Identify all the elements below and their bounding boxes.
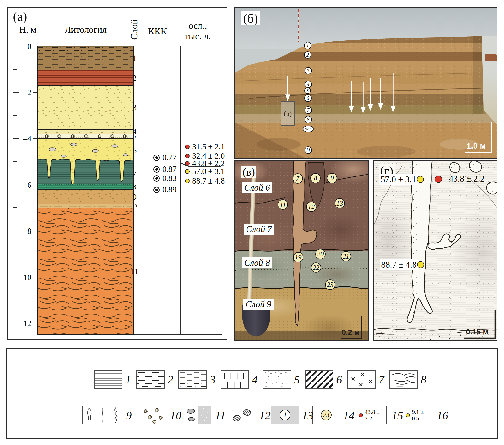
legend-swatch-15: 43.8 ± 2.2 — [356, 406, 387, 425]
red-age-sample: 43.8 ± 2.2 — [356, 406, 386, 424]
x-marks-pattern — [348, 370, 375, 388]
depth-label: –10 — [14, 273, 32, 282]
figure-root: (а) H, м Литология Слой ККК осл., тыс. л… — [0, 0, 504, 445]
kkk-header: ККК — [142, 26, 173, 37]
red-dot-icon — [359, 413, 363, 417]
depth-label: –6 — [14, 180, 32, 190]
legend-number: 12 — [259, 409, 271, 422]
layer-marker-b: 4 — [305, 80, 312, 88]
legend-number: 4 — [252, 373, 258, 386]
shells-icon — [139, 406, 166, 424]
depth-label: –4 — [14, 134, 32, 143]
layer-marker-b: 7 — [305, 106, 312, 114]
layer-label: Слой 6 — [242, 182, 272, 193]
layer-number: 11 — [127, 267, 143, 276]
kkk-entry: 0.77 — [153, 153, 177, 162]
inset-location-box: (в) — [281, 101, 295, 126]
panel-g-wedge-sketch: (г) 57.0 ± 3.1 43.8 ± 2.2 88.7 ± 4.8 0.1… — [373, 160, 497, 341]
nodules-and-carbonate-icon — [184, 406, 211, 424]
legend-swatch-5 — [263, 370, 291, 389]
panel-a-tag: (а) — [11, 10, 29, 23]
age-entry: 88.7 ± 4.8 — [185, 176, 225, 186]
legend-number: 8 — [421, 373, 427, 386]
legend-swatch-13: 1 — [271, 406, 299, 425]
panel-a-stratigraphy: (а) H, м Литология Слой ККК осл., тыс. л… — [7, 7, 228, 340]
white-circle-marker-sample: 1 — [280, 410, 290, 420]
bullseye-icon — [153, 187, 160, 193]
legend-swatch-9 — [82, 406, 123, 425]
layer-marker-b: 3 — [305, 67, 312, 75]
layer-marker-b: 8 — [305, 116, 312, 123]
sample-marker-v: 9 — [327, 173, 337, 183]
yellow-age-sample: 9.1 ± 0.5 — [403, 406, 432, 424]
legend-swatch-11 — [184, 406, 212, 425]
kkk-entry: 0.83 — [153, 174, 177, 183]
legend-number: 11 — [215, 409, 226, 422]
legend-number: 6 — [336, 373, 342, 386]
bullseye-icon — [153, 155, 160, 161]
layer-number: 7 — [127, 169, 143, 178]
legend-swatch-4 — [221, 370, 249, 389]
layer-label: Слой 9 — [243, 299, 274, 310]
layer-number: 3 — [127, 103, 143, 112]
legend-swatch-1 — [94, 370, 122, 389]
sample-marker-v: 12 — [306, 202, 317, 212]
legend-swatch-2 — [136, 370, 164, 389]
layer-header: Слой — [124, 15, 144, 44]
yellow-dot-icon — [406, 413, 410, 417]
depth-axis-line — [13, 46, 13, 334]
legend-number: 15 — [392, 409, 403, 422]
yellow-dot-icon — [185, 179, 190, 183]
kkk-entry: 0.87 — [153, 165, 177, 174]
sketch-wedge-graphic — [374, 161, 497, 341]
depth-label: –12 — [14, 319, 32, 328]
lithology-header: Литология — [42, 24, 129, 35]
layer-number: 9 — [127, 193, 143, 202]
panel-b-outcrop-photo: (б) (в) 1 2 3 4 5 6 7 8 9–10 11 1.0 м — [234, 7, 497, 159]
sample-marker-v: 19 — [293, 252, 303, 262]
legend-number: 1 — [125, 373, 131, 386]
sample-marker-v: 23 — [325, 279, 335, 290]
layer-marker-b: 6 — [304, 95, 312, 102]
legend-swatch-3 — [179, 370, 207, 389]
scale-bar-label: 1.0 м — [467, 141, 486, 151]
legend-swatch-6 — [305, 370, 333, 389]
age-entry: 57.0 ± 3.1 — [185, 167, 225, 176]
layer-marker-b: 1 — [304, 42, 311, 49]
hatched-clasts-icon — [229, 406, 255, 424]
legend-swatch-10 — [139, 406, 167, 425]
speckle-pattern — [263, 370, 290, 388]
legend-number: 9 — [126, 409, 132, 422]
red-dot-icon — [185, 161, 190, 166]
yellow-dot-icon — [417, 176, 424, 183]
legend-swatch-8 — [389, 370, 418, 389]
age-entry: 43.8 ± 2.2 — [185, 159, 225, 168]
legend-number: 7 — [378, 373, 384, 386]
diagonal-hatch-pattern — [306, 370, 333, 388]
age-header-line1: осл., — [173, 20, 222, 31]
kkk-entry: 0.89 — [153, 185, 177, 194]
legend-number: 14 — [343, 409, 355, 422]
legend-number: 10 — [170, 409, 181, 422]
legend-number: 13 — [302, 409, 313, 422]
layer-marker-b: 11 — [305, 146, 312, 154]
depth-axis-title: H, м — [12, 24, 44, 35]
depth-label: 0 — [14, 42, 32, 51]
horizontal-lines-pattern — [95, 370, 122, 388]
legend-number: 3 — [210, 373, 216, 386]
age-header-line2: тыс. л. — [173, 31, 222, 41]
scale-bar-label: 0.2 м — [342, 328, 360, 337]
panel-b-tag: (б) — [241, 11, 260, 25]
age-annotation: 43.8 ± 2.2 — [448, 173, 486, 184]
arrow-annotations — [235, 8, 497, 159]
bullseye-icon — [153, 175, 160, 182]
age-annotation: 88.7 ± 4.8 — [380, 259, 418, 270]
cross-bedding-pattern — [390, 370, 417, 388]
red-dot-icon — [185, 145, 190, 149]
yellow-dot-icon — [417, 261, 424, 268]
layer-marker-b: 9–10 — [303, 126, 314, 132]
legend-number: 5 — [294, 373, 300, 386]
sample-marker-v: 11 — [278, 199, 288, 210]
legend-swatch-16: 9.1 ± 0.5 — [403, 406, 432, 425]
red-dot-icon — [185, 154, 190, 158]
